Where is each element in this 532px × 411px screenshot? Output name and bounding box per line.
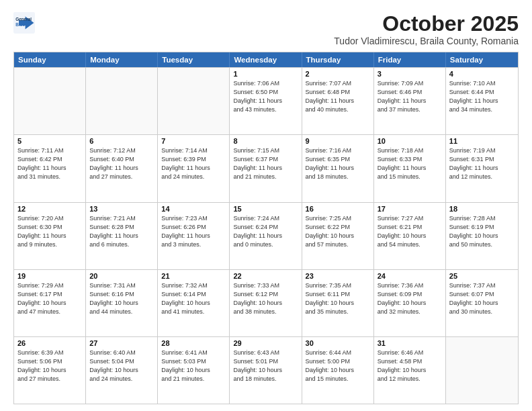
- day-number: 28: [161, 339, 226, 347]
- day-number: 16: [306, 205, 370, 213]
- day-number: 15: [233, 205, 298, 213]
- day-info: Sunrise: 6:40 AM Sunset: 5:04 PM Dayligh…: [89, 349, 154, 383]
- day-number: 10: [378, 137, 442, 145]
- day-info: Sunrise: 7:19 AM Sunset: 6:31 PM Dayligh…: [449, 146, 515, 181]
- day-info: Sunrise: 7:25 AM Sunset: 6:22 PM Dayligh…: [306, 214, 370, 249]
- calendar-cell: 2Sunrise: 7:07 AM Sunset: 6:48 PM Daylig…: [302, 68, 374, 134]
- calendar-cell: [86, 68, 158, 134]
- day-info: Sunrise: 7:18 AM Sunset: 6:33 PM Dayligh…: [378, 146, 442, 181]
- day-info: Sunrise: 7:10 AM Sunset: 6:44 PM Dayligh…: [449, 79, 515, 114]
- calendar-cell: 29Sunrise: 6:43 AM Sunset: 5:01 PM Dayli…: [230, 337, 302, 404]
- svg-text:General: General: [15, 17, 32, 21]
- day-number: 31: [378, 339, 442, 347]
- calendar-cell: 9Sunrise: 7:16 AM Sunset: 6:35 PM Daylig…: [302, 135, 374, 201]
- calendar-cell: 11Sunrise: 7:19 AM Sunset: 6:31 PM Dayli…: [446, 135, 518, 201]
- calendar-cell: [158, 68, 230, 134]
- logo-icon: General Blue: [13, 12, 35, 34]
- calendar-cell: 24Sunrise: 7:36 AM Sunset: 6:09 PM Dayli…: [374, 270, 446, 336]
- day-info: Sunrise: 7:11 AM Sunset: 6:42 PM Dayligh…: [17, 146, 82, 181]
- calendar-cell: [14, 68, 86, 134]
- day-info: Sunrise: 7:36 AM Sunset: 6:09 PM Dayligh…: [378, 281, 442, 316]
- calendar-cell: 25Sunrise: 7:37 AM Sunset: 6:07 PM Dayli…: [446, 270, 518, 336]
- header-day-monday: Monday: [86, 52, 158, 67]
- day-info: Sunrise: 7:31 AM Sunset: 6:16 PM Dayligh…: [89, 281, 154, 316]
- calendar-cell: 27Sunrise: 6:40 AM Sunset: 5:04 PM Dayli…: [86, 337, 158, 404]
- calendar-row-4: 26Sunrise: 6:39 AM Sunset: 5:06 PM Dayli…: [14, 336, 518, 404]
- day-info: Sunrise: 7:15 AM Sunset: 6:37 PM Dayligh…: [233, 146, 298, 181]
- day-info: Sunrise: 7:09 AM Sunset: 6:46 PM Dayligh…: [378, 79, 442, 114]
- day-number: 19: [17, 272, 82, 280]
- day-info: Sunrise: 7:28 AM Sunset: 6:19 PM Dayligh…: [449, 214, 515, 249]
- day-number: 18: [449, 205, 515, 213]
- calendar-cell: 3Sunrise: 7:09 AM Sunset: 6:46 PM Daylig…: [374, 68, 446, 134]
- day-number: 3: [378, 70, 442, 78]
- page: General Blue October 2025 Tudor Vladimir…: [0, 0, 532, 411]
- calendar-cell: 30Sunrise: 6:44 AM Sunset: 5:00 PM Dayli…: [302, 337, 374, 404]
- day-number: 27: [89, 339, 154, 347]
- main-title: October 2025: [334, 12, 519, 36]
- day-number: 24: [378, 272, 442, 280]
- calendar-cell: 12Sunrise: 7:20 AM Sunset: 6:30 PM Dayli…: [14, 203, 86, 269]
- calendar-cell: 26Sunrise: 6:39 AM Sunset: 5:06 PM Dayli…: [14, 337, 86, 404]
- calendar-row-1: 5Sunrise: 7:11 AM Sunset: 6:42 PM Daylig…: [14, 134, 518, 201]
- title-block: October 2025 Tudor Vladimirescu, Braila …: [334, 12, 519, 46]
- calendar-cell: 5Sunrise: 7:11 AM Sunset: 6:42 PM Daylig…: [14, 135, 86, 201]
- header-day-saturday: Saturday: [446, 52, 518, 67]
- day-info: Sunrise: 7:16 AM Sunset: 6:35 PM Dayligh…: [306, 146, 370, 181]
- day-number: 1: [233, 70, 298, 78]
- svg-text:Blue: Blue: [15, 22, 25, 27]
- day-number: 30: [306, 339, 370, 347]
- day-number: 20: [89, 272, 154, 280]
- day-number: 2: [306, 70, 370, 78]
- calendar-cell: [446, 337, 518, 404]
- day-number: 23: [306, 272, 370, 280]
- calendar-cell: 17Sunrise: 7:27 AM Sunset: 6:21 PM Dayli…: [374, 203, 446, 269]
- day-number: 25: [449, 272, 515, 280]
- calendar-row-0: 1Sunrise: 7:06 AM Sunset: 6:50 PM Daylig…: [14, 67, 518, 134]
- calendar-cell: 18Sunrise: 7:28 AM Sunset: 6:19 PM Dayli…: [446, 203, 518, 269]
- day-number: 21: [161, 272, 226, 280]
- calendar-cell: 21Sunrise: 7:32 AM Sunset: 6:14 PM Dayli…: [158, 270, 230, 336]
- day-info: Sunrise: 7:06 AM Sunset: 6:50 PM Dayligh…: [233, 79, 298, 114]
- calendar-cell: 20Sunrise: 7:31 AM Sunset: 6:16 PM Dayli…: [86, 270, 158, 336]
- calendar-cell: 28Sunrise: 6:41 AM Sunset: 5:03 PM Dayli…: [158, 337, 230, 404]
- calendar-cell: 13Sunrise: 7:21 AM Sunset: 6:28 PM Dayli…: [86, 203, 158, 269]
- day-info: Sunrise: 7:27 AM Sunset: 6:21 PM Dayligh…: [378, 214, 442, 249]
- calendar-cell: 14Sunrise: 7:23 AM Sunset: 6:26 PM Dayli…: [158, 203, 230, 269]
- day-info: Sunrise: 7:07 AM Sunset: 6:48 PM Dayligh…: [306, 79, 370, 114]
- day-number: 4: [449, 70, 515, 78]
- calendar-cell: 10Sunrise: 7:18 AM Sunset: 6:33 PM Dayli…: [374, 135, 446, 201]
- day-info: Sunrise: 7:32 AM Sunset: 6:14 PM Dayligh…: [161, 281, 226, 316]
- header-day-tuesday: Tuesday: [158, 52, 230, 67]
- header-day-wednesday: Wednesday: [230, 52, 302, 67]
- day-info: Sunrise: 6:46 AM Sunset: 4:58 PM Dayligh…: [378, 349, 442, 383]
- day-info: Sunrise: 7:12 AM Sunset: 6:40 PM Dayligh…: [89, 146, 154, 181]
- day-info: Sunrise: 6:39 AM Sunset: 5:06 PM Dayligh…: [17, 349, 82, 383]
- calendar: SundayMondayTuesdayWednesdayThursdayFrid…: [13, 52, 519, 404]
- calendar-body: 1Sunrise: 7:06 AM Sunset: 6:50 PM Daylig…: [14, 67, 518, 404]
- day-info: Sunrise: 6:43 AM Sunset: 5:01 PM Dayligh…: [233, 349, 298, 383]
- calendar-cell: 23Sunrise: 7:35 AM Sunset: 6:11 PM Dayli…: [302, 270, 374, 336]
- day-info: Sunrise: 7:20 AM Sunset: 6:30 PM Dayligh…: [17, 214, 82, 249]
- day-info: Sunrise: 7:33 AM Sunset: 6:12 PM Dayligh…: [233, 281, 298, 316]
- calendar-cell: 22Sunrise: 7:33 AM Sunset: 6:12 PM Dayli…: [230, 270, 302, 336]
- day-number: 8: [233, 137, 298, 145]
- calendar-cell: 8Sunrise: 7:15 AM Sunset: 6:37 PM Daylig…: [230, 135, 302, 201]
- calendar-cell: 16Sunrise: 7:25 AM Sunset: 6:22 PM Dayli…: [302, 203, 374, 269]
- calendar-cell: 31Sunrise: 6:46 AM Sunset: 4:58 PM Dayli…: [374, 337, 446, 404]
- calendar-cell: 6Sunrise: 7:12 AM Sunset: 6:40 PM Daylig…: [86, 135, 158, 201]
- day-number: 14: [161, 205, 226, 213]
- day-info: Sunrise: 7:23 AM Sunset: 6:26 PM Dayligh…: [161, 214, 226, 249]
- day-info: Sunrise: 6:44 AM Sunset: 5:00 PM Dayligh…: [306, 349, 370, 383]
- day-number: 22: [233, 272, 298, 280]
- calendar-cell: 7Sunrise: 7:14 AM Sunset: 6:39 PM Daylig…: [158, 135, 230, 201]
- header-day-friday: Friday: [374, 52, 446, 67]
- calendar-cell: 4Sunrise: 7:10 AM Sunset: 6:44 PM Daylig…: [446, 68, 518, 134]
- day-number: 13: [89, 205, 154, 213]
- header: General Blue October 2025 Tudor Vladimir…: [13, 12, 519, 46]
- day-info: Sunrise: 7:37 AM Sunset: 6:07 PM Dayligh…: [449, 281, 515, 316]
- day-number: 12: [17, 205, 82, 213]
- calendar-cell: 15Sunrise: 7:24 AM Sunset: 6:24 PM Dayli…: [230, 203, 302, 269]
- calendar-row-2: 12Sunrise: 7:20 AM Sunset: 6:30 PM Dayli…: [14, 202, 518, 269]
- day-info: Sunrise: 7:29 AM Sunset: 6:17 PM Dayligh…: [17, 281, 82, 316]
